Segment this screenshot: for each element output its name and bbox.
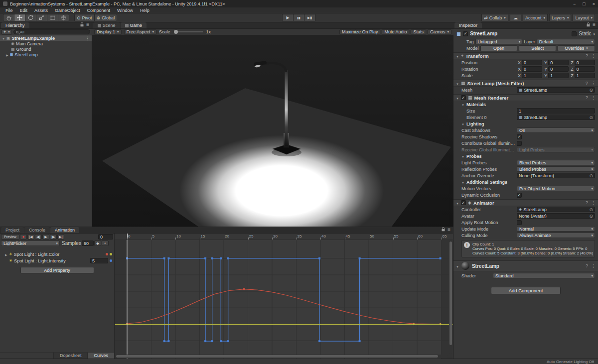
move-tool-button[interactable] [14, 14, 25, 21]
shader-dropdown[interactable]: Standard [493, 273, 595, 278]
hand-tool-button[interactable] [3, 14, 14, 21]
scale-slider[interactable] [174, 31, 203, 32]
close-button[interactable]: × [593, 1, 595, 6]
motion-vectors-dropdown[interactable]: Per Object Motion [517, 186, 595, 191]
help-icon[interactable]: ? [586, 81, 588, 86]
foldout-icon[interactable] [456, 200, 459, 206]
model-select-button[interactable]: Select [519, 45, 556, 51]
layer-dropdown[interactable]: Default [537, 39, 595, 44]
prev-key-button[interactable]: ◀| [35, 234, 42, 240]
horizontal-scrollbar[interactable] [116, 355, 448, 358]
stats-button[interactable]: Stats [411, 29, 426, 35]
component-enabled-checkbox[interactable] [461, 200, 466, 205]
mesh-field[interactable]: ▦ StreetLamp ⊙ [517, 87, 595, 93]
maximize-on-play-button[interactable]: Maximize On Play [339, 29, 381, 35]
contribute-gi-checkbox[interactable] [517, 141, 522, 146]
menu-edit[interactable]: Edit [16, 8, 31, 13]
position-x-field[interactable]: 0 [522, 60, 542, 65]
object-picker-icon[interactable]: ⊙ [589, 88, 593, 93]
static-dropdown-icon[interactable] [593, 31, 595, 36]
timeline-ruler[interactable]: 05101520253035404550556065 [115, 234, 453, 240]
add-event-button[interactable]: + [102, 241, 109, 246]
account-dropdown[interactable]: Account [523, 14, 548, 21]
minimize-button[interactable]: − [573, 1, 576, 6]
foldout-icon[interactable] [2, 36, 5, 41]
component-menu-icon[interactable]: ⋮ [591, 200, 596, 205]
foldout-icon[interactable] [461, 154, 464, 159]
scale-y-field[interactable]: 1 [548, 73, 569, 78]
menu-component[interactable]: Component [84, 8, 114, 13]
play-button[interactable]: ▶ [282, 14, 294, 21]
global-toggle-button[interactable]: ⊕ Global [94, 14, 118, 21]
foldout-icon[interactable] [461, 180, 464, 185]
collab-dropdown[interactable]: ⇄ Collab [481, 14, 508, 21]
help-icon[interactable]: ? [586, 53, 588, 58]
component-menu-icon[interactable]: ⋮ [591, 263, 596, 268]
component-enabled-checkbox[interactable] [461, 95, 466, 100]
help-icon[interactable]: ? [586, 95, 588, 100]
rotate-tool-button[interactable] [25, 14, 36, 21]
foldout-icon[interactable] [456, 53, 459, 59]
pause-button[interactable]: ▮▮ [293, 14, 304, 21]
tab-hierarchy[interactable]: Hierarchy [1, 22, 29, 28]
scene-menu-icon[interactable]: ⋮ [85, 36, 92, 41]
menu-assets[interactable]: Assets [31, 8, 51, 13]
last-key-button[interactable]: ▶| [57, 234, 64, 240]
tab-console[interactable]: Console [24, 227, 50, 233]
tab-inspector[interactable]: Inspector [454, 22, 482, 28]
transform-tool-button[interactable] [58, 14, 69, 21]
hierarchy-scene-row[interactable]: ▣ StreetLampExample ⋮ [0, 35, 92, 41]
foldout-icon[interactable] [461, 121, 464, 126]
reflection-probes-dropdown[interactable]: Blend Probes [517, 166, 595, 172]
display-dropdown[interactable]: Display 1 [94, 29, 122, 35]
tag-dropdown[interactable]: Untagged [475, 39, 523, 44]
hierarchy-item-ground[interactable]: ▦ Ground [0, 46, 92, 52]
menu-file[interactable]: File [2, 8, 16, 13]
maximize-button[interactable]: □ [583, 1, 585, 6]
frame-field[interactable]: 0 [98, 234, 113, 240]
preview-button[interactable]: Preview [1, 234, 19, 240]
object-picker-icon[interactable]: ⊙ [589, 115, 593, 120]
aspect-dropdown[interactable]: Free Aspect [124, 29, 157, 35]
mute-audio-button[interactable]: Mute Audio [382, 29, 409, 35]
curves-tab[interactable]: Curves [87, 353, 114, 359]
menu-help[interactable]: Help [137, 8, 153, 13]
foldout-icon[interactable] [5, 252, 7, 257]
position-z-field[interactable]: 0 [575, 60, 595, 65]
help-icon[interactable]: ? [586, 263, 588, 268]
vertical-scrollbar[interactable] [449, 241, 452, 354]
record-button[interactable]: ● [20, 234, 27, 240]
tab-project[interactable]: Project [1, 227, 24, 233]
layers-dropdown[interactable]: Layers [549, 14, 572, 21]
receive-shadows-checkbox[interactable] [517, 134, 522, 139]
foldout-icon[interactable] [461, 102, 464, 107]
panel-menu-icon[interactable]: ≡ [593, 22, 596, 27]
foldout-icon[interactable] [456, 95, 459, 101]
tab-game[interactable]: Game [121, 22, 147, 28]
apply-root-motion-checkbox[interactable] [517, 220, 522, 225]
model-overrides-button[interactable]: Overrides [558, 45, 595, 51]
dopesheet-tab[interactable]: Dopesheet [53, 353, 88, 359]
lighting-status[interactable]: Auto Generate Lighting Off [547, 360, 594, 364]
object-picker-icon[interactable]: ⊙ [589, 207, 593, 212]
component-menu-icon[interactable]: ⋮ [591, 53, 596, 58]
rect-tool-button[interactable] [47, 14, 58, 21]
cloud-button[interactable]: ☁ [510, 14, 521, 21]
hierarchy-search-input[interactable]: All [13, 29, 90, 34]
layout-dropdown[interactable]: Layout [573, 14, 595, 21]
active-checkbox[interactable] [463, 31, 468, 36]
menu-gameobject[interactable]: GameObject [51, 8, 84, 13]
component-menu-icon[interactable]: ⋮ [591, 81, 596, 86]
rotation-y-field[interactable]: 0 [548, 66, 569, 72]
panel-menu-icon[interactable]: ≡ [448, 227, 450, 232]
scale-slider-knob[interactable] [174, 30, 178, 34]
lock-icon[interactable] [587, 22, 590, 27]
light-probes-dropdown[interactable]: Blend Probes [517, 160, 595, 165]
tab-scene[interactable]: Scene [93, 22, 120, 28]
curve-editor[interactable] [115, 240, 453, 359]
foldout-icon[interactable] [456, 81, 459, 86]
update-mode-dropdown[interactable]: Normal [517, 226, 595, 232]
add-keyframe-button[interactable]: ◆ [94, 241, 101, 246]
help-icon[interactable]: ? [586, 200, 588, 205]
lock-icon[interactable] [80, 22, 84, 27]
